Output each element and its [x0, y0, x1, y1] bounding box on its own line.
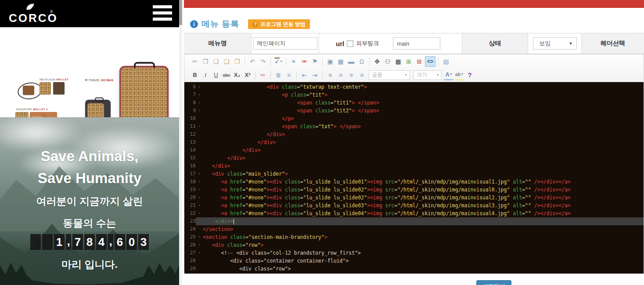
code-line[interactable]: 16 </div>	[184, 162, 644, 170]
special-char-icon[interactable]: Ω	[357, 57, 367, 66]
anchor-icon[interactable]: ⚑	[310, 57, 320, 66]
code-line[interactable]: 20▾ <a href="#none"><div class="lu_slide…	[184, 194, 644, 202]
redo-icon[interactable]: ↷	[258, 57, 268, 66]
code-line[interactable]: 23 </div>	[184, 217, 644, 225]
code-line[interactable]: 27▾ <!-- <div class="col-12 brandstory_r…	[184, 249, 644, 257]
code-line[interactable]: 14 </div>	[184, 146, 644, 154]
registered-mark: ®	[50, 10, 53, 14]
bg-color-icon[interactable]: ab▾	[454, 69, 464, 80]
unlink-icon[interactable]: ⚮	[299, 57, 309, 66]
status-select[interactable]: 보임▼	[533, 37, 577, 50]
code-line[interactable]: 8▾ <span class="tit1"> </span>	[184, 99, 644, 107]
corco-logo[interactable]: CORCO ®	[9, 3, 57, 25]
align-left-icon[interactable]: ≡	[325, 70, 335, 80]
spellcheck-icon[interactable]: ABC✓▾	[273, 57, 283, 66]
code-line[interactable]: 7▾ <p class="tit">	[184, 91, 644, 99]
font-size-dropdown[interactable]: 크기▾	[414, 70, 442, 80]
code-line[interactable]: 29 <div class="row">	[184, 265, 644, 273]
hero-tail-text: 마리 입니다.	[0, 258, 179, 271]
scrollbar-thumb[interactable]	[179, 0, 182, 25]
copy-icon[interactable]: ❐	[201, 57, 210, 66]
code-line[interactable]: 26▾ <div class="row">	[184, 241, 644, 249]
fold-arrow-icon[interactable]: ▾	[196, 209, 203, 217]
info-icon: i	[190, 20, 198, 28]
code-line[interactable]: 6▾ <div class="txtwrap text-center">	[184, 83, 644, 91]
find-icon[interactable]: ⚇	[383, 57, 392, 66]
link-icon[interactable]: ⚭	[289, 57, 299, 66]
align-center-icon[interactable]: ≡	[336, 70, 345, 80]
program-link-help-button[interactable]: ? 프로그램 연동 방법	[248, 19, 310, 29]
font-family-dropdown[interactable]: 글꼴▾	[369, 70, 410, 80]
maximize-icon[interactable]: ✥	[372, 57, 382, 66]
code-line[interactable]: 25▾<section class="section-main-brandsto…	[184, 233, 644, 241]
source-icon[interactable]: <>	[425, 56, 435, 67]
align-right-icon[interactable]: ≡	[346, 70, 356, 80]
external-link-checkbox[interactable]	[347, 40, 353, 47]
fold-arrow-icon[interactable]: ▾	[196, 241, 203, 249]
code-line[interactable]: 17▾ <div class="main_slider">	[184, 170, 644, 178]
code-line[interactable]: 30 <div class="col-12 brandstoryTitle ti…	[184, 273, 644, 274]
underline-icon[interactable]: U	[211, 70, 221, 80]
cut-icon[interactable]: ✂	[190, 57, 200, 66]
fold-arrow-icon[interactable]: ▾	[196, 194, 203, 202]
table-icon[interactable]: ▦	[336, 57, 345, 66]
code-line[interactable]: 11▾ <span class="txt"> </span>	[184, 123, 644, 130]
code-line[interactable]: 24</section>	[184, 225, 644, 233]
fold-arrow-icon[interactable]: ▾	[196, 91, 203, 99]
menu-name-input[interactable]	[253, 37, 317, 50]
bulleted-list-icon[interactable]: ≡	[284, 70, 294, 80]
code-line[interactable]: 10 </p>	[184, 115, 644, 123]
url-input[interactable]	[393, 37, 440, 50]
numbered-list-icon[interactable]: ≣	[273, 70, 283, 80]
hero-title-line2: Save Humanity	[0, 170, 179, 187]
save-button[interactable]: 저장하기	[476, 280, 511, 285]
fold-arrow-icon[interactable]: ▾	[196, 99, 203, 107]
code-line[interactable]: 18▾ <a href="#none"><div class="lu_slide…	[184, 178, 644, 186]
code-line[interactable]: 19▾ <a href="#none"><div class="lu_slide…	[184, 186, 644, 194]
horizontal-rule-icon[interactable]: ▬	[346, 57, 356, 66]
page-title-row: i 메뉴 등록 ? 프로그램 연동 방법	[184, 18, 310, 31]
paste-word-icon[interactable]: ❒	[232, 57, 242, 66]
fold-arrow-icon[interactable]: ▾	[196, 249, 203, 257]
code-line[interactable]: 28 <div class="container container-fluid…	[184, 257, 644, 265]
subscript-icon[interactable]: X₂	[232, 70, 242, 80]
fold-gutter	[196, 146, 203, 154]
fold-arrow-icon[interactable]: ▾	[196, 83, 203, 91]
source-code-area[interactable]: 6▾ <div class="txtwrap text-center">7▾ <…	[184, 82, 644, 274]
code-line[interactable]: 12 </div>	[184, 130, 644, 138]
paste-icon[interactable]: ❏	[211, 57, 221, 66]
paste-text-icon[interactable]: ❑	[222, 57, 231, 66]
bold-icon[interactable]: B	[190, 70, 200, 80]
select-all-icon[interactable]: ▩	[393, 57, 403, 66]
strikethrough-icon[interactable]: abc	[222, 70, 231, 80]
code-line[interactable]: 15 </div>	[184, 154, 644, 162]
about-icon[interactable]: ?	[465, 70, 475, 80]
remove-div-icon[interactable]: ⊠	[414, 57, 424, 66]
align-justify-icon[interactable]: ≡	[357, 70, 367, 80]
code-line[interactable]: 21▾ <a href="#none"><div class="lu_slide…	[184, 202, 644, 209]
code-line[interactable]: 22▾ <a href="#none"><div class="lu_slide…	[184, 209, 644, 217]
fold-arrow-icon[interactable]: ▾	[196, 123, 203, 130]
line-number: 8	[184, 99, 196, 107]
fold-arrow-icon[interactable]: ▾	[196, 170, 203, 178]
fold-arrow-icon[interactable]: ▾	[196, 107, 203, 115]
remove-format-icon[interactable]: ✏	[258, 70, 268, 80]
text-color-icon[interactable]: A▾	[444, 69, 453, 80]
hamburger-menu-icon[interactable]	[153, 5, 172, 22]
fold-arrow-icon[interactable]: ▾	[196, 186, 203, 194]
outdent-icon[interactable]: ⇤	[299, 70, 309, 80]
fold-arrow-icon[interactable]: ▾	[196, 233, 203, 241]
undo-icon[interactable]: ↶	[248, 57, 257, 66]
add-div-icon[interactable]: ⊞	[404, 57, 414, 66]
code-line[interactable]: 9▾ <span class="tit2"> </span>	[184, 107, 644, 115]
superscript-icon[interactable]: X²	[243, 70, 252, 80]
counter-digit: 1	[54, 234, 65, 250]
image-icon[interactable]: ▣	[325, 57, 335, 66]
code-line[interactable]: 13 </div>	[184, 138, 644, 146]
indent-icon[interactable]: ⇥	[310, 70, 320, 80]
print-icon[interactable]: ▤	[441, 57, 451, 66]
italic-icon[interactable]: I	[201, 70, 210, 80]
fold-arrow-icon[interactable]: ▾	[196, 202, 203, 209]
preview-scrollbar[interactable]	[179, 0, 182, 285]
fold-arrow-icon[interactable]: ▾	[196, 178, 203, 186]
